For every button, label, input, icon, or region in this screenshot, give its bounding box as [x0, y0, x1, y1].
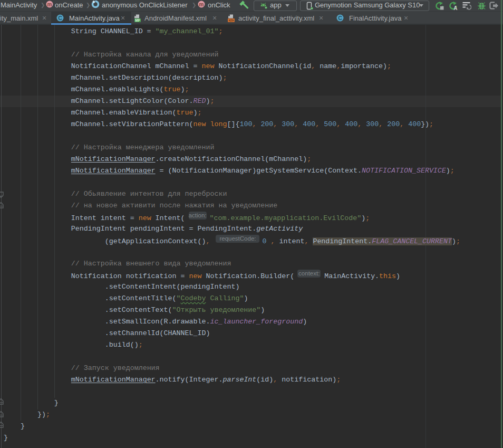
svg-text:A: A: [453, 5, 457, 11]
svg-text:C: C: [58, 15, 62, 21]
svg-text:C: C: [338, 15, 342, 21]
svg-text:m: m: [199, 2, 204, 7]
svg-text:m: m: [47, 2, 52, 7]
svg-text:MF: MF: [135, 18, 140, 22]
svg-text:</>: </>: [229, 18, 234, 22]
